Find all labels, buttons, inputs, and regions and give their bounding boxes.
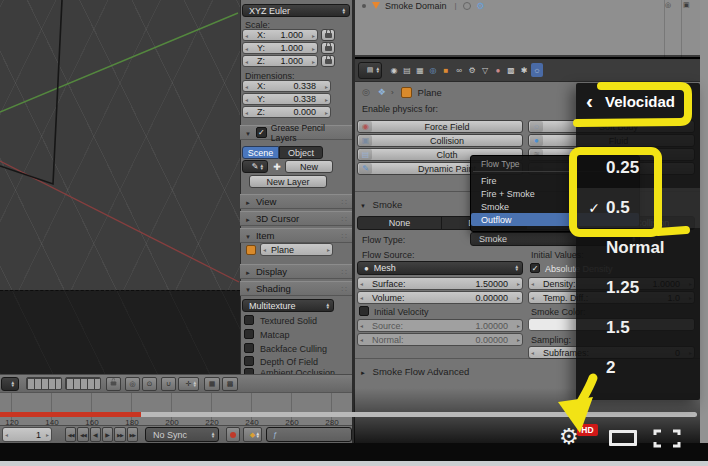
pivot-button[interactable]: ◎ <box>125 377 140 391</box>
new-layer-button[interactable]: New Layer <box>249 175 327 188</box>
dimension-z-field[interactable]: Z: 0.000 <box>242 106 331 118</box>
render-restrict-icon[interactable] <box>463 2 471 10</box>
outliner-item-label: Smoke Domain <box>385 1 447 11</box>
lock-button[interactable] <box>106 377 121 391</box>
item-panel-header[interactable]: Item <box>240 228 352 243</box>
absolute-density-checkbox[interactable] <box>530 263 540 273</box>
fullscreen-button[interactable] <box>653 429 681 448</box>
normal-field-disabled[interactable]: Normal: 0.00000 <box>357 333 523 346</box>
force-field-button[interactable]: ◉ Force Field <box>357 120 523 133</box>
source-field-disabled[interactable]: Source: 1.00000 <box>357 319 523 332</box>
backface-culling-checkbox[interactable] <box>244 343 254 353</box>
tab-particles-icon[interactable]: ✱ <box>518 63 530 77</box>
tab-scene[interactable]: Scene <box>242 146 279 159</box>
grease-pencil-checkbox[interactable] <box>256 127 267 138</box>
smoke-panel-header[interactable]: ▼ Smoke <box>360 199 402 210</box>
dimension-x-field[interactable]: X: 0.338 <box>242 80 331 92</box>
speed-option-2[interactable]: 2 <box>576 348 700 388</box>
progress-bar-remaining[interactable] <box>141 412 697 417</box>
sync-mode-dropdown[interactable]: No Sync <box>145 427 219 442</box>
prev-keyframe-button[interactable]: ◀◀ <box>77 427 88 442</box>
cursor-panel-header[interactable]: 3D Cursor <box>240 211 352 226</box>
layers-widget-1[interactable] <box>26 377 62 390</box>
object-name-field[interactable]: Plane <box>260 243 333 256</box>
scale-x-lock-button[interactable] <box>321 29 335 41</box>
surface-field[interactable]: Surface: 1.50000 <box>357 277 523 290</box>
snap-element-dropdown[interactable]: ✛ <box>178 377 199 391</box>
manipulator-button[interactable]: ⊙ <box>142 377 157 391</box>
progress-bar-played[interactable] <box>0 412 141 417</box>
auto-keyframe-button[interactable] <box>226 427 240 442</box>
next-keyframe-button[interactable]: ▶▶ <box>114 427 125 442</box>
flow-source-dropdown[interactable]: ● Mesh <box>357 261 523 275</box>
scale-z-field[interactable]: Z: 1.000 <box>242 55 318 67</box>
scale-x-field[interactable]: X: 1.000 <box>242 29 318 41</box>
matcap-checkbox[interactable] <box>244 329 254 339</box>
rotation-mode-dropdown[interactable]: XYZ Euler <box>242 4 350 17</box>
selectability-icon[interactable]: ▣ <box>683 1 690 9</box>
textured-solid-checkbox[interactable] <box>244 315 254 325</box>
visibility-icon[interactable]: ◎ <box>665 1 671 9</box>
play-button[interactable]: ▶ <box>102 427 113 442</box>
scale-y-lock-button[interactable] <box>321 42 335 54</box>
new-button[interactable]: New <box>285 160 333 173</box>
smoke-flow-advanced-header[interactable]: ► Smoke Flow Advanced <box>360 366 469 377</box>
tab-material-icon[interactable]: ● <box>492 63 504 77</box>
depth-of-field-checkbox[interactable] <box>244 356 254 366</box>
keying-set-field[interactable]: ƒ <box>266 427 352 442</box>
theater-mode-button[interactable] <box>609 430 637 446</box>
updown-arrows-icon <box>211 431 216 438</box>
dimension-y-field[interactable]: Y: 0.338 <box>242 93 331 105</box>
speed-menu-header[interactable]: ‹ Velocidad <box>576 83 700 110</box>
add-icon[interactable]: ✚ <box>271 160 283 173</box>
speed-option-15[interactable]: 1.5 <box>576 308 700 348</box>
snap-magnet-button[interactable]: ∪ <box>161 377 176 391</box>
pencil-mode-button[interactable]: ✎ <box>242 160 268 173</box>
scale-y-field[interactable]: Y: 1.000 <box>242 42 318 54</box>
shading-panel-header[interactable]: Shading <box>240 281 352 296</box>
tab-scene-icon[interactable]: ▦ <box>414 63 426 77</box>
speed-option-05-selected[interactable]: ✓ 0.5 <box>576 188 700 228</box>
timeline-ruler[interactable]: 120 140 160 180 200 220 240 260 280 <box>0 392 352 425</box>
tab-render-icon[interactable]: ◉ <box>388 63 400 77</box>
current-frame-field[interactable]: 1 <box>2 427 52 442</box>
modifier-wrench-icon[interactable]: ⚙ <box>477 1 485 11</box>
back-chevron-icon[interactable]: ‹ <box>586 92 593 110</box>
render-opengl-anim-button[interactable]: ▩ <box>222 377 238 391</box>
keying-set-dropdown[interactable]: ◆ <box>243 427 262 442</box>
segment-none[interactable]: None <box>358 217 442 229</box>
tab-object[interactable]: Object <box>279 146 323 159</box>
jump-to-end-button[interactable]: ▶▶ <box>127 427 138 442</box>
grease-pencil-panel-header[interactable]: Grease Pencil Layers <box>240 125 352 140</box>
render-opengl-button[interactable]: ▦ <box>204 377 220 391</box>
tab-constraints-icon[interactable]: ∞ <box>453 63 465 77</box>
layers-widget-2[interactable] <box>65 377 101 390</box>
tab-object-icon[interactable]: ■ <box>440 63 452 77</box>
3d-viewport[interactable] <box>0 0 240 374</box>
view-panel-header[interactable]: View <box>240 194 352 209</box>
speed-option-025[interactable]: 0.25 <box>576 148 700 188</box>
initial-velocity-checkbox[interactable] <box>359 306 369 316</box>
tab-modifiers-icon[interactable]: ⚙ <box>466 63 478 77</box>
speed-option-normal[interactable]: Normal <box>576 228 700 268</box>
collision-button[interactable]: ▣ Collision <box>357 134 523 147</box>
tab-physics-icon[interactable]: ◌ <box>531 63 543 77</box>
tab-data-icon[interactable]: ▽ <box>479 63 491 77</box>
flow-source-value: Mesh <box>374 263 396 273</box>
tab-render-layers-icon[interactable]: ▤ <box>401 63 413 77</box>
tab-texture-icon[interactable]: ▩ <box>505 63 517 77</box>
shading-mode-dropdown[interactable]: Multitexture <box>242 299 334 312</box>
tab-world-icon[interactable]: ◎ <box>427 63 439 77</box>
hd-badge: HD <box>577 424 598 436</box>
speed-option-125[interactable]: 1.25 <box>576 268 700 308</box>
jump-to-start-button[interactable]: ◀◀ <box>65 427 76 442</box>
play-reverse-button[interactable]: ◀ <box>90 427 101 442</box>
display-panel-header[interactable]: Display <box>240 264 352 279</box>
surface-value: 1.50000 <box>475 279 512 289</box>
pin-icon[interactable]: ◎ <box>362 87 370 97</box>
volume-field[interactable]: Volume: 0.00000 <box>357 291 523 304</box>
editor-type-dropdown[interactable]: ▤ <box>358 62 382 79</box>
outliner-row-smoke-domain[interactable]: Smoke Domain | ⚙ <box>355 0 700 11</box>
mode-dropdown[interactable] <box>1 377 19 391</box>
scale-z-lock-button[interactable] <box>321 55 335 67</box>
